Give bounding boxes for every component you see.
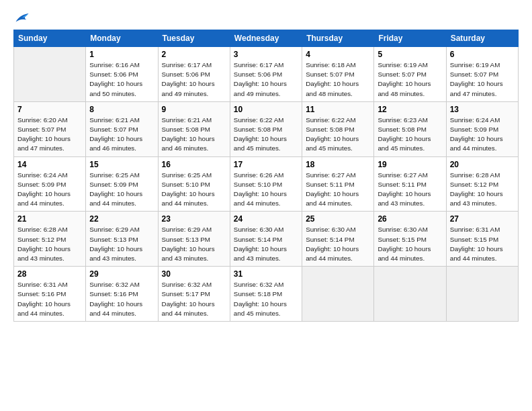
day-cell: 1Sunrise: 6:16 AMSunset: 5:06 PMDaylight… <box>86 47 158 102</box>
day-info: Sunrise: 6:26 AMSunset: 5:10 PMDaylight:… <box>234 171 298 209</box>
day-info: Sunrise: 6:30 AMSunset: 5:14 PMDaylight:… <box>306 225 370 263</box>
day-cell: 22Sunrise: 6:29 AMSunset: 5:13 PMDayligh… <box>86 212 158 267</box>
day-info: Sunrise: 6:29 AMSunset: 5:13 PMDaylight:… <box>89 225 154 263</box>
day-cell: 14Sunrise: 6:24 AMSunset: 5:09 PMDayligh… <box>14 156 86 212</box>
day-info: Sunrise: 6:17 AMSunset: 5:06 PMDaylight:… <box>162 60 226 99</box>
day-cell: 11Sunrise: 6:22 AMSunset: 5:08 PMDayligh… <box>302 101 374 156</box>
day-cell: 8Sunrise: 6:21 AMSunset: 5:07 PMDaylight… <box>86 101 158 156</box>
day-info: Sunrise: 6:28 AMSunset: 5:12 PMDaylight:… <box>450 171 515 209</box>
col-header-thursday: Thursday <box>302 30 374 47</box>
day-number: 13 <box>450 105 515 114</box>
day-number: 30 <box>162 269 226 279</box>
day-number: 12 <box>378 105 442 114</box>
logo-bird-icon <box>15 12 30 24</box>
day-cell: 18Sunrise: 6:27 AMSunset: 5:11 PMDayligh… <box>302 156 374 212</box>
day-info: Sunrise: 6:21 AMSunset: 5:07 PMDaylight:… <box>89 116 154 154</box>
header-row: SundayMondayTuesdayWednesdayThursdayFrid… <box>14 30 519 47</box>
day-info: Sunrise: 6:19 AMSunset: 5:07 PMDaylight:… <box>378 60 442 99</box>
day-cell: 13Sunrise: 6:24 AMSunset: 5:09 PMDayligh… <box>446 101 518 156</box>
day-number: 24 <box>234 214 298 224</box>
header <box>13 12 519 24</box>
week-row-5: 28Sunrise: 6:31 AMSunset: 5:16 PMDayligh… <box>14 267 519 322</box>
day-number: 17 <box>234 160 298 169</box>
day-number: 26 <box>378 214 442 224</box>
day-cell: 4Sunrise: 6:18 AMSunset: 5:07 PMDaylight… <box>302 47 374 102</box>
day-info: Sunrise: 6:25 AMSunset: 5:10 PMDaylight:… <box>162 171 226 209</box>
day-number: 18 <box>306 160 370 169</box>
day-info: Sunrise: 6:22 AMSunset: 5:08 PMDaylight:… <box>234 116 298 154</box>
day-info: Sunrise: 6:25 AMSunset: 5:09 PMDaylight:… <box>89 171 154 209</box>
week-row-2: 7Sunrise: 6:20 AMSunset: 5:07 PMDaylight… <box>14 101 519 156</box>
day-number: 27 <box>450 214 515 224</box>
day-number: 25 <box>306 214 370 224</box>
day-cell: 31Sunrise: 6:32 AMSunset: 5:18 PMDayligh… <box>230 267 302 322</box>
day-cell: 16Sunrise: 6:25 AMSunset: 5:10 PMDayligh… <box>158 156 230 212</box>
day-cell: 28Sunrise: 6:31 AMSunset: 5:16 PMDayligh… <box>14 267 86 322</box>
day-number: 2 <box>162 50 226 59</box>
day-info: Sunrise: 6:32 AMSunset: 5:16 PMDaylight:… <box>89 280 154 318</box>
day-info: Sunrise: 6:17 AMSunset: 5:06 PMDaylight:… <box>234 60 298 99</box>
day-cell: 17Sunrise: 6:26 AMSunset: 5:10 PMDayligh… <box>230 156 302 212</box>
day-cell: 23Sunrise: 6:29 AMSunset: 5:13 PMDayligh… <box>158 212 230 267</box>
day-cell: 24Sunrise: 6:30 AMSunset: 5:14 PMDayligh… <box>230 212 302 267</box>
day-number: 22 <box>89 214 154 224</box>
day-number: 4 <box>306 50 370 59</box>
day-info: Sunrise: 6:30 AMSunset: 5:15 PMDaylight:… <box>378 225 442 263</box>
day-info: Sunrise: 6:31 AMSunset: 5:16 PMDaylight:… <box>17 280 82 318</box>
day-number: 19 <box>378 160 442 169</box>
day-info: Sunrise: 6:28 AMSunset: 5:12 PMDaylight:… <box>17 225 82 263</box>
day-number: 29 <box>89 269 154 279</box>
day-number: 5 <box>378 50 442 59</box>
day-number: 11 <box>306 105 370 114</box>
week-row-1: 1Sunrise: 6:16 AMSunset: 5:06 PMDaylight… <box>14 47 519 102</box>
day-cell: 29Sunrise: 6:32 AMSunset: 5:16 PMDayligh… <box>86 267 158 322</box>
day-number: 16 <box>162 160 226 169</box>
page: SundayMondayTuesdayWednesdayThursdayFrid… <box>0 0 532 328</box>
day-info: Sunrise: 6:29 AMSunset: 5:13 PMDaylight:… <box>162 225 226 263</box>
col-header-monday: Monday <box>86 30 158 47</box>
day-info: Sunrise: 6:31 AMSunset: 5:15 PMDaylight:… <box>450 225 515 263</box>
day-cell: 19Sunrise: 6:27 AMSunset: 5:11 PMDayligh… <box>374 156 446 212</box>
day-number: 23 <box>162 214 226 224</box>
week-row-3: 14Sunrise: 6:24 AMSunset: 5:09 PMDayligh… <box>14 156 519 212</box>
day-number: 8 <box>89 105 154 114</box>
day-number: 9 <box>162 105 226 114</box>
calendar-table: SundayMondayTuesdayWednesdayThursdayFrid… <box>13 30 519 322</box>
day-cell: 21Sunrise: 6:28 AMSunset: 5:12 PMDayligh… <box>14 212 86 267</box>
day-number: 15 <box>89 160 154 169</box>
day-info: Sunrise: 6:27 AMSunset: 5:11 PMDaylight:… <box>378 171 442 209</box>
day-cell <box>374 267 446 322</box>
day-cell <box>302 267 374 322</box>
day-cell: 15Sunrise: 6:25 AMSunset: 5:09 PMDayligh… <box>86 156 158 212</box>
day-number: 1 <box>89 50 154 59</box>
day-number: 21 <box>17 214 82 224</box>
day-cell: 26Sunrise: 6:30 AMSunset: 5:15 PMDayligh… <box>374 212 446 267</box>
day-cell: 3Sunrise: 6:17 AMSunset: 5:06 PMDaylight… <box>230 47 302 102</box>
logo <box>13 12 30 24</box>
day-info: Sunrise: 6:16 AMSunset: 5:06 PMDaylight:… <box>89 60 154 99</box>
day-info: Sunrise: 6:24 AMSunset: 5:09 PMDaylight:… <box>17 171 82 209</box>
day-cell: 30Sunrise: 6:32 AMSunset: 5:17 PMDayligh… <box>158 267 230 322</box>
day-number: 10 <box>234 105 298 114</box>
day-info: Sunrise: 6:32 AMSunset: 5:18 PMDaylight:… <box>234 280 298 318</box>
day-info: Sunrise: 6:27 AMSunset: 5:11 PMDaylight:… <box>306 171 370 209</box>
day-number: 6 <box>450 50 515 59</box>
day-info: Sunrise: 6:22 AMSunset: 5:08 PMDaylight:… <box>306 116 370 154</box>
day-info: Sunrise: 6:18 AMSunset: 5:07 PMDaylight:… <box>306 60 370 99</box>
col-header-tuesday: Tuesday <box>158 30 230 47</box>
day-number: 3 <box>234 50 298 59</box>
day-cell: 6Sunrise: 6:19 AMSunset: 5:07 PMDaylight… <box>446 47 518 102</box>
day-info: Sunrise: 6:20 AMSunset: 5:07 PMDaylight:… <box>17 116 82 154</box>
day-info: Sunrise: 6:24 AMSunset: 5:09 PMDaylight:… <box>450 116 515 154</box>
day-cell <box>446 267 518 322</box>
day-cell: 7Sunrise: 6:20 AMSunset: 5:07 PMDaylight… <box>14 101 86 156</box>
day-cell <box>14 47 86 102</box>
day-number: 28 <box>17 269 82 279</box>
day-info: Sunrise: 6:21 AMSunset: 5:08 PMDaylight:… <box>162 116 226 154</box>
day-cell: 27Sunrise: 6:31 AMSunset: 5:15 PMDayligh… <box>446 212 518 267</box>
day-number: 7 <box>17 105 82 114</box>
day-number: 31 <box>234 269 298 279</box>
day-info: Sunrise: 6:32 AMSunset: 5:17 PMDaylight:… <box>162 280 226 318</box>
col-header-sunday: Sunday <box>14 30 86 47</box>
day-cell: 9Sunrise: 6:21 AMSunset: 5:08 PMDaylight… <box>158 101 230 156</box>
